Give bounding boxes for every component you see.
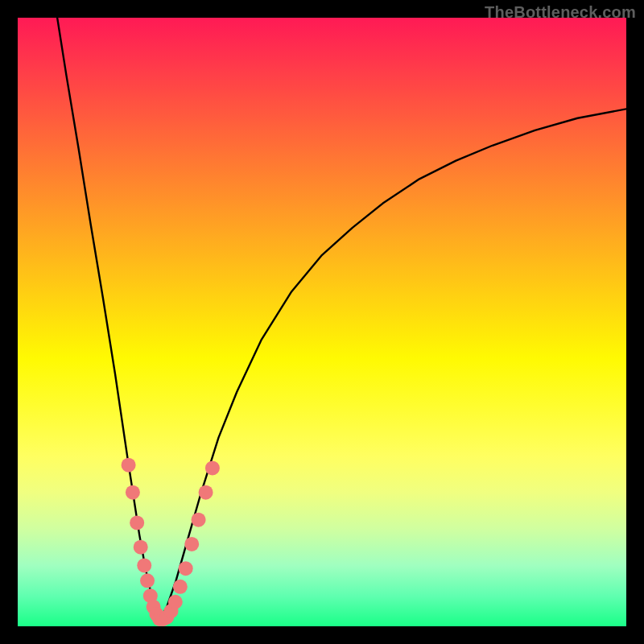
data-point [130, 515, 144, 530]
data-point [143, 588, 158, 603]
data-point [159, 610, 174, 625]
data-point [168, 595, 183, 609]
data-point [122, 458, 136, 473]
data-point [126, 485, 140, 500]
data-point [152, 612, 167, 626]
data-point [164, 604, 179, 618]
data-point [134, 540, 148, 555]
data-point [156, 612, 171, 626]
curve-left-branch [57, 18, 159, 620]
data-point [192, 513, 206, 527]
curve-layer [57, 18, 626, 620]
watermark-text: TheBottleneck.com [485, 3, 636, 22]
data-point [199, 485, 213, 500]
data-point [179, 561, 193, 576]
chart-svg [18, 18, 626, 626]
data-point [205, 460, 220, 475]
marker-layer [122, 458, 220, 626]
data-point [173, 580, 188, 594]
data-point [140, 573, 155, 588]
chart-frame: TheBottleneck.com [0, 0, 644, 644]
curve-right-branch [159, 109, 626, 620]
data-point [149, 607, 163, 621]
data-point [147, 600, 161, 614]
data-point [184, 537, 199, 551]
plot-area [18, 18, 626, 626]
data-point [137, 558, 151, 572]
